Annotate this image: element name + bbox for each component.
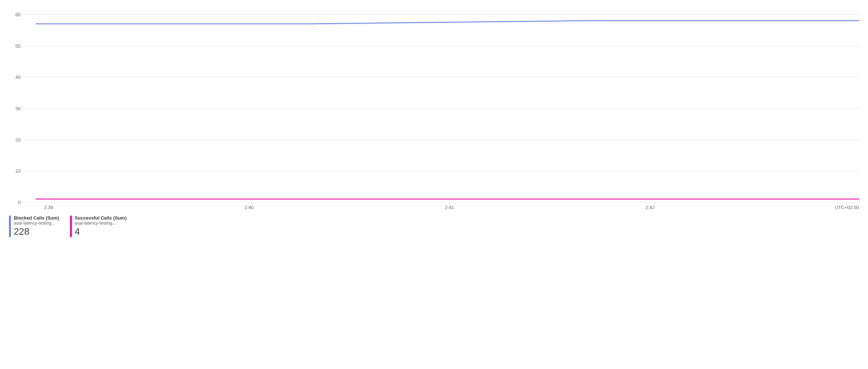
- series-line: [36, 21, 859, 24]
- legend-swatch: [9, 216, 11, 237]
- chart-lines-svg: [23, 0, 859, 204]
- legend-swatch: [70, 216, 72, 237]
- y-tick-label: 10: [16, 168, 21, 174]
- x-tick-label: 2:39: [44, 205, 53, 210]
- legend-text: Successful Calls (Sum)aoai-latency-testi…: [75, 216, 127, 237]
- legend-item[interactable]: Successful Calls (Sum)aoai-latency-testi…: [70, 216, 127, 237]
- plot-area[interactable]: 0102030405060: [9, 0, 859, 204]
- legend-resource-name: aoai-latency-testing...: [14, 221, 59, 226]
- y-tick-label: 50: [16, 43, 21, 48]
- legend-value: 4: [75, 226, 127, 237]
- timezone-label: UTC+02:00: [835, 205, 859, 210]
- metrics-chart: 0102030405060 UTC+02:00 2:392:402:412:42…: [9, 0, 859, 369]
- y-tick-label: 30: [16, 106, 21, 111]
- y-tick-label: 60: [16, 12, 21, 17]
- legend-value: 228: [14, 226, 59, 237]
- x-tick-label: 2:40: [244, 205, 253, 210]
- y-tick-label: 20: [16, 137, 21, 142]
- y-axis: 0102030405060: [9, 0, 23, 204]
- x-tick-label: 2:41: [445, 205, 454, 210]
- chart-legend: Blocked Calls (Sum)aoai-latency-testing.…: [9, 216, 859, 237]
- x-axis: UTC+02:00 2:392:402:412:42: [23, 204, 859, 212]
- y-tick-label: 0: [18, 200, 21, 205]
- y-tick-label: 40: [16, 74, 21, 80]
- legend-metric-name: Successful Calls (Sum): [75, 216, 127, 221]
- legend-text: Blocked Calls (Sum)aoai-latency-testing.…: [14, 216, 59, 237]
- legend-metric-name: Blocked Calls (Sum): [14, 216, 59, 221]
- legend-resource-name: aoai-latency-testing...: [75, 221, 127, 226]
- x-tick-label: 2:42: [646, 205, 655, 210]
- legend-item[interactable]: Blocked Calls (Sum)aoai-latency-testing.…: [9, 216, 59, 237]
